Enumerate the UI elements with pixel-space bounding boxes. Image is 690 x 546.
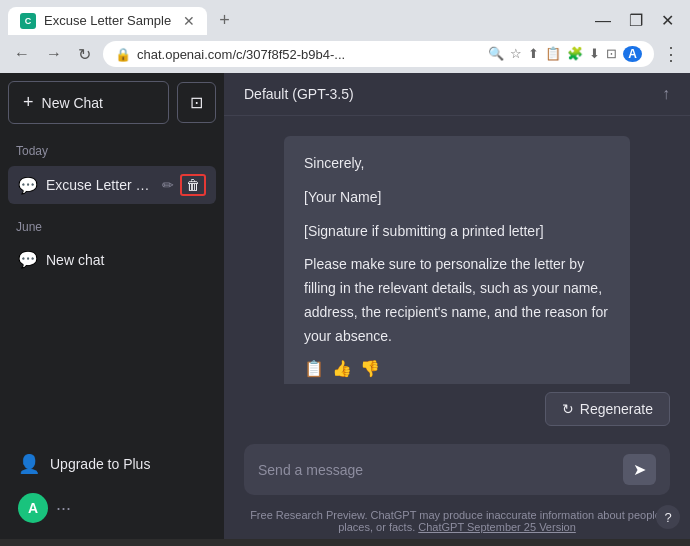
sidebar-spacer: [8, 277, 216, 443]
message-actions: 📋 👍 👎: [304, 359, 610, 378]
layout-toggle-button[interactable]: ⊡: [177, 82, 216, 123]
close-button[interactable]: ✕: [653, 7, 682, 34]
tab-bar: C Excuse Letter Sample ✕ + — ❐ ✕: [0, 0, 690, 35]
footer-link[interactable]: ChatGPT September 25 Version: [418, 521, 576, 533]
nav-forward-button[interactable]: →: [42, 43, 66, 65]
new-tab-button[interactable]: +: [211, 6, 238, 35]
split-view-icon[interactable]: ⊡: [606, 46, 617, 62]
upgrade-label: Upgrade to Plus: [50, 456, 150, 472]
signature-line: [Signature if submitting a printed lette…: [304, 220, 610, 244]
upgrade-row[interactable]: 👤 Upgrade to Plus: [8, 443, 216, 485]
bookmark-icon[interactable]: ☆: [510, 46, 522, 62]
message-input[interactable]: [258, 462, 613, 478]
footer-note: Please make sure to personalize the lett…: [304, 253, 610, 348]
new-chat-row: + New Chat ⊡: [8, 81, 216, 124]
footer-text: Free Research Preview. ChatGPT may produ…: [224, 505, 690, 539]
tab-title: Excuse Letter Sample: [44, 13, 171, 28]
edit-chat-button[interactable]: ✏: [160, 175, 176, 195]
user-circle-icon: 👤: [18, 453, 40, 475]
delete-chat-button[interactable]: 🗑: [180, 174, 206, 196]
browser-menu-button[interactable]: ⋮: [662, 43, 680, 65]
sidebar: + New Chat ⊡ Today 💬 Excuse Letter Sampl…: [0, 73, 224, 539]
address-actions: 🔍 ☆ ⬆ 📋 🧩 ⬇ ⊡ A: [488, 46, 642, 62]
message-text: Sincerely, [Your Name] [Signature if sub…: [304, 152, 610, 349]
thumbs-down-button[interactable]: 👎: [360, 359, 380, 378]
copy-button[interactable]: 📋: [304, 359, 324, 378]
profile-icon[interactable]: A: [623, 46, 642, 62]
minimize-button[interactable]: —: [587, 8, 619, 34]
regenerate-button[interactable]: ↻ Regenerate: [545, 392, 670, 426]
regenerate-label: Regenerate: [580, 401, 653, 417]
send-icon: ➤: [633, 461, 646, 478]
browser-chrome: C Excuse Letter Sample ✕ + — ❐ ✕ ← → ↻ 🔒…: [0, 0, 690, 73]
send-button[interactable]: ➤: [623, 454, 656, 485]
history-icon[interactable]: 📋: [545, 46, 561, 62]
search-icon: 🔍: [488, 46, 504, 62]
address-field[interactable]: 🔒 chat.openai.com/c/307f8f52-b9b4-... 🔍 …: [103, 41, 654, 67]
share-button[interactable]: ↑: [662, 85, 670, 103]
messages-area: Sincerely, [Your Name] [Signature if sub…: [224, 116, 690, 384]
your-name-line: [Your Name]: [304, 186, 610, 210]
input-area: ➤: [224, 434, 690, 505]
download-icon[interactable]: ⬇: [589, 46, 600, 62]
model-label: Default (GPT-3.5): [244, 86, 354, 102]
chat-item-label: Excuse Letter Sample: [46, 177, 152, 193]
help-button[interactable]: ?: [656, 505, 680, 529]
june-section-label: June: [8, 216, 216, 238]
message-input-wrap: ➤: [244, 444, 670, 495]
thumbs-up-button[interactable]: 👍: [332, 359, 352, 378]
sincerely-line: Sincerely,: [304, 152, 610, 176]
avatar-row[interactable]: A ···: [8, 485, 216, 531]
avatar: A: [18, 493, 48, 523]
new-chat-label: New Chat: [42, 95, 103, 111]
chat-header: Default (GPT-3.5) ↑: [224, 73, 690, 116]
new-chat-button[interactable]: + New Chat: [8, 81, 169, 124]
chat-item-excuse-letter[interactable]: 💬 Excuse Letter Sample ✏ 🗑: [8, 166, 216, 204]
chat-bubble-icon: 💬: [18, 176, 38, 195]
chat-item-label-2: New chat: [46, 252, 206, 268]
address-text: chat.openai.com/c/307f8f52-b9b4-...: [137, 47, 482, 62]
regenerate-row: ↻ Regenerate: [224, 384, 690, 434]
today-section-label: Today: [8, 140, 216, 162]
app-layout: + New Chat ⊡ Today 💬 Excuse Letter Sampl…: [0, 73, 690, 539]
nav-back-button[interactable]: ←: [10, 43, 34, 65]
chat-item-new-chat[interactable]: 💬 New chat: [8, 242, 216, 277]
share-icon[interactable]: ⬆: [528, 46, 539, 62]
active-tab[interactable]: C Excuse Letter Sample ✕: [8, 7, 207, 35]
tab-close-icon[interactable]: ✕: [183, 13, 195, 29]
lock-icon: 🔒: [115, 47, 131, 62]
maximize-button[interactable]: ❐: [621, 7, 651, 34]
message-block: Sincerely, [Your Name] [Signature if sub…: [284, 136, 630, 384]
puzzle-icon[interactable]: 🧩: [567, 46, 583, 62]
window-controls: — ❐ ✕: [587, 7, 682, 34]
tab-favicon: C: [20, 13, 36, 29]
user-more-button[interactable]: ···: [56, 498, 71, 519]
address-bar: ← → ↻ 🔒 chat.openai.com/c/307f8f52-b9b4-…: [0, 35, 690, 73]
chat-bubble-icon-2: 💬: [18, 250, 38, 269]
nav-refresh-button[interactable]: ↻: [74, 43, 95, 66]
chat-item-actions: ✏ 🗑: [160, 174, 206, 196]
regenerate-icon: ↻: [562, 401, 574, 417]
plus-icon: +: [23, 92, 34, 113]
main-content: Default (GPT-3.5) ↑ Sincerely, [Your Nam…: [224, 73, 690, 539]
